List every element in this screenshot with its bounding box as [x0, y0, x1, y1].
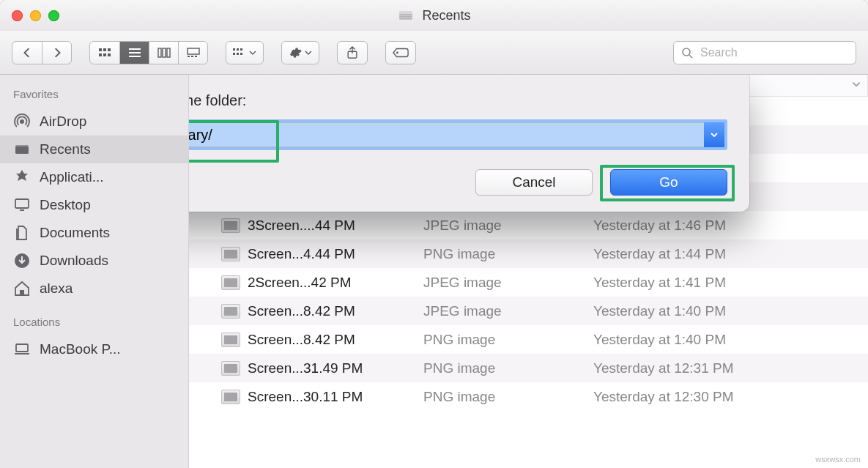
group-by-button[interactable] [226, 41, 264, 64]
title-bar: Recents [0, 0, 868, 31]
svg-rect-34 [15, 199, 29, 208]
svg-rect-16 [167, 48, 170, 57]
sidebar-item-desktop[interactable]: Desktop [0, 191, 188, 219]
sidebar-item-recents[interactable]: Recents [0, 135, 188, 163]
file-name-label: Screen...8.42 PM [248, 332, 355, 348]
sheet-label: Go to the folder: [189, 92, 727, 109]
file-thumbnail-icon [221, 275, 240, 290]
title-wrap: Recents [397, 7, 470, 24]
path-input[interactable] [189, 122, 704, 147]
share-button[interactable] [337, 41, 368, 64]
table-row[interactable]: Screen...30.11 PMPNG imageYesterday at 1… [189, 382, 868, 411]
svg-rect-12 [129, 52, 141, 53]
file-name-cell: 2Screen...42 PM [189, 275, 423, 291]
file-thumbnail-icon [221, 390, 240, 404]
file-kind-cell: PNG image [423, 360, 593, 376]
svg-rect-9 [103, 53, 106, 56]
table-row[interactable]: Screen...4.44 PMPNG imageYesterday at 1:… [189, 239, 868, 268]
sidebar-item-label: MacBook P... [40, 341, 121, 357]
sidebar: Favorites AirDrop Recents Applicati... D… [0, 75, 189, 468]
file-name-label: 3Screen....44 PM [248, 218, 355, 234]
svg-rect-1 [399, 11, 412, 14]
action-menu-button[interactable] [281, 41, 319, 64]
file-date-cell: Yesterday at 1:41 PM [593, 275, 868, 291]
sidebar-item-label: alexa [40, 281, 73, 297]
table-row[interactable]: Screen...8.42 PMPNG imageYesterday at 1:… [189, 325, 868, 354]
action-menu-inner[interactable] [282, 42, 319, 64]
svg-point-28 [396, 51, 398, 53]
search-input[interactable] [699, 45, 848, 60]
svg-point-31 [20, 119, 24, 124]
sidebar-section-locations: Locations [0, 313, 188, 335]
file-name-cell: Screen...8.42 PM [189, 303, 423, 319]
svg-point-29 [683, 48, 690, 56]
search-field[interactable] [673, 41, 856, 64]
home-icon [13, 280, 31, 297]
sidebar-item-label: Recents [40, 141, 91, 157]
file-name-label: 2Screen...42 PM [248, 275, 352, 291]
path-history-button[interactable] [704, 122, 724, 147]
column-view-button[interactable] [149, 42, 178, 64]
minimize-window-button[interactable] [30, 10, 41, 21]
svg-line-30 [689, 55, 692, 58]
sidebar-item-home[interactable]: alexa [0, 275, 188, 302]
zoom-window-button[interactable] [48, 10, 59, 21]
file-date-cell: Yesterday at 1:44 PM [593, 246, 868, 262]
svg-rect-19 [191, 56, 193, 57]
file-name-cell: Screen...30.11 PM [189, 389, 423, 405]
sidebar-item-downloads[interactable]: Downloads [0, 247, 188, 275]
forward-button[interactable] [42, 42, 71, 64]
table-row[interactable]: Screen...8.42 PMJPEG imageYesterday at 1… [189, 297, 868, 325]
file-date-cell: Yesterday at 1:40 PM [593, 332, 868, 348]
file-thumbnail-icon [221, 247, 240, 261]
back-button[interactable] [12, 42, 42, 64]
table-row[interactable]: 2Screen...42 PMJPEG imageYesterday at 1:… [189, 268, 868, 297]
svg-rect-17 [188, 48, 199, 54]
icon-view-button[interactable] [90, 42, 119, 64]
sidebar-item-documents[interactable]: Documents [0, 219, 188, 247]
search-icon [681, 47, 693, 59]
sidebar-item-label: Documents [40, 225, 110, 241]
file-name-label: Screen...31.49 PM [248, 360, 363, 376]
go-button[interactable]: Go [610, 169, 727, 196]
svg-rect-38 [16, 344, 28, 352]
folder-proxy-icon [397, 7, 415, 24]
recents-icon [13, 141, 31, 158]
content-area: PMPMPMScreen...47.26 PMPNG imageYesterda… [189, 75, 868, 468]
table-row[interactable]: Screen...31.49 PMPNG imageYesterday at 1… [189, 354, 868, 382]
file-name-label: Screen...8.42 PM [248, 303, 355, 319]
svg-rect-23 [240, 48, 242, 51]
go-to-folder-sheet: Go to the folder: Cancel Go [189, 75, 749, 212]
gallery-view-button[interactable] [178, 42, 207, 64]
tags-button[interactable] [385, 41, 416, 64]
window-controls [12, 10, 59, 21]
file-thumbnail-icon [221, 361, 240, 376]
toolbar [0, 31, 868, 75]
tags-inner[interactable] [386, 42, 415, 64]
sidebar-item-airdrop[interactable]: AirDrop [0, 108, 188, 135]
file-kind-cell: JPEG image [423, 218, 593, 234]
finder-window: Recents [0, 0, 868, 468]
desktop-icon [13, 196, 31, 214]
watermark: wsxwsx.com [815, 455, 861, 464]
svg-rect-3 [400, 16, 412, 17]
laptop-icon [13, 341, 31, 358]
table-row[interactable]: 3Screen....44 PMJPEG imageYesterday at 1… [189, 211, 868, 239]
cancel-button[interactable]: Cancel [475, 169, 593, 196]
svg-rect-6 [103, 48, 106, 51]
sidebar-item-label: AirDrop [40, 114, 86, 130]
list-view-button[interactable] [119, 42, 149, 64]
file-kind-cell: PNG image [423, 246, 593, 262]
group-by-inner[interactable] [226, 42, 263, 64]
nav-buttons [12, 41, 72, 64]
share-inner[interactable] [338, 42, 367, 64]
file-name-label: Screen...4.44 PM [248, 246, 355, 262]
close-window-button[interactable] [12, 10, 23, 21]
file-thumbnail-icon [221, 218, 240, 233]
sidebar-item-macbook[interactable]: MacBook P... [0, 335, 188, 363]
file-kind-cell: PNG image [423, 332, 593, 348]
svg-rect-35 [20, 209, 24, 211]
documents-icon [13, 224, 31, 242]
chevron-down-icon [851, 79, 861, 89]
sidebar-item-applications[interactable]: Applicati... [0, 163, 188, 191]
